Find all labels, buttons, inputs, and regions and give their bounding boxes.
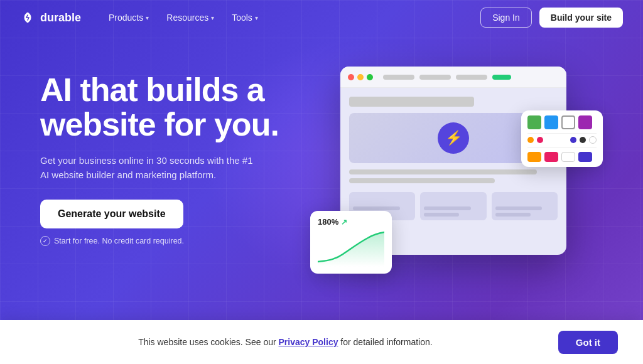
- got-it-button[interactable]: Got it: [558, 331, 618, 354]
- palette-swatch-purple: [578, 115, 592, 129]
- mock-card-line: [495, 213, 531, 217]
- chart-value: 180%: [318, 217, 338, 227]
- hero-right: ⚡: [304, 60, 603, 299]
- hero-title-line1: AI that builds a: [40, 72, 264, 108]
- palette-swatch-indigo: [578, 152, 592, 162]
- hero-title-line2: website for you.: [40, 106, 279, 142]
- nav-tools[interactable]: Tools ▾: [224, 9, 266, 26]
- privacy-policy-link[interactable]: Privacy Policy: [279, 337, 338, 347]
- palette-swatch-white2: [561, 152, 575, 162]
- mock-card-line: [424, 213, 459, 217]
- traffic-lights: [348, 74, 373, 80]
- palette-swatch-white: [561, 115, 575, 129]
- nav-tools-label: Tools: [232, 13, 252, 23]
- logo[interactable]: durable: [20, 10, 81, 25]
- chart-svg: [318, 230, 384, 267]
- palette-divider: [527, 133, 597, 134]
- palette-dot-pink: [537, 137, 543, 143]
- logo-text: durable: [40, 11, 81, 24]
- palette-swatch-orange: [527, 152, 541, 162]
- cookie-text-before: This website uses cookies. See our: [138, 337, 278, 347]
- traffic-light-yellow: [357, 74, 364, 80]
- browser-bar-item: [456, 75, 487, 80]
- mock-line: [349, 178, 495, 183]
- navbar: durable Products ▾ Resources ▾ Tools ▾ S…: [0, 0, 643, 35]
- chart-card: 180% ↗: [310, 211, 392, 274]
- nav-products-label: Products: [109, 13, 143, 23]
- browser-bar-item: [419, 75, 451, 80]
- chevron-down-icon: ▾: [146, 14, 149, 21]
- hero-left: AI that builds a website for you. Get yo…: [40, 60, 304, 246]
- mock-card-line: [495, 206, 543, 210]
- main-content: AI that builds a website for you. Get yo…: [0, 35, 643, 320]
- palette-swatch-pink: [544, 152, 558, 162]
- nav-links: Products ▾ Resources ▾ Tools ▾: [101, 9, 480, 26]
- mock-card: [420, 192, 486, 220]
- cookie-text: This website uses cookies. See our Priva…: [25, 337, 546, 347]
- palette-swatch-green: [527, 115, 541, 129]
- free-note: ✓ Start for free. No credit card require…: [40, 236, 304, 246]
- mock-card: [492, 192, 558, 220]
- traffic-light-red: [348, 74, 354, 80]
- browser-nav-bars: [383, 75, 511, 80]
- palette-divider2: [527, 147, 597, 148]
- nav-products[interactable]: Products ▾: [101, 9, 156, 26]
- check-icon: ✓: [40, 236, 50, 246]
- palette-dot-orange: [527, 137, 534, 143]
- palette-dot-dark: [580, 137, 586, 143]
- palette-dot-purple: [570, 137, 576, 143]
- palette-swatch-blue: [544, 115, 558, 129]
- chart-label: 180% ↗: [318, 217, 384, 227]
- palette-dots-row: [527, 136, 597, 144]
- signin-button[interactable]: Sign In: [480, 8, 532, 28]
- traffic-light-green: [367, 74, 373, 80]
- nav-actions: Sign In Build your site: [480, 8, 623, 28]
- browser-bar: [340, 67, 566, 88]
- nav-resources[interactable]: Resources ▾: [159, 9, 222, 26]
- palette-swatches-row: [527, 115, 597, 129]
- hero-title: AI that builds a website for you.: [40, 73, 304, 141]
- mock-text-lines: [349, 169, 558, 183]
- hero-subtitle: Get your business online in 30 seconds w…: [40, 154, 254, 182]
- mock-header-bar: [349, 97, 474, 107]
- palette-dot-white: [589, 136, 597, 144]
- palette-bottom-row: [527, 152, 597, 162]
- mock-card-line: [424, 206, 471, 210]
- chevron-down-icon: ▾: [211, 14, 214, 21]
- browser-bar-item-green: [492, 75, 511, 80]
- mock-line: [349, 169, 537, 174]
- nav-resources-label: Resources: [166, 13, 208, 23]
- generate-website-button[interactable]: Generate your website: [40, 200, 183, 228]
- build-site-button[interactable]: Build your site: [539, 8, 623, 28]
- chart-up-arrow-icon: ↗: [341, 218, 347, 227]
- chevron-down-icon: ▾: [255, 14, 258, 21]
- cookie-banner: This website uses cookies. See our Priva…: [0, 320, 643, 364]
- mock-card-line: [353, 206, 400, 210]
- cookie-text-after: for detailed information.: [338, 337, 432, 347]
- logo-icon: [20, 10, 35, 25]
- palette-card: [521, 110, 603, 167]
- free-note-text: Start for free. No credit card required.: [54, 237, 184, 245]
- browser-bar-item: [383, 75, 414, 80]
- lightning-icon: ⚡: [438, 122, 469, 154]
